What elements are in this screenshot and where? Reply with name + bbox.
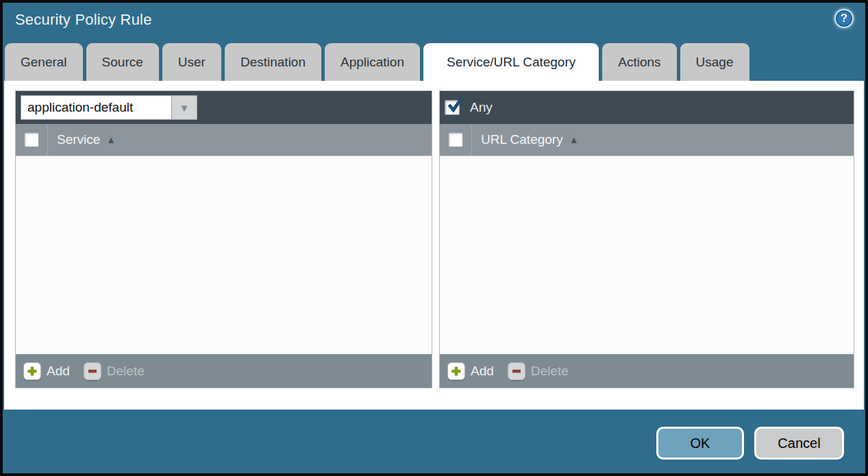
service-panel: application-default ▼ Service ▲: [15, 90, 432, 388]
url-category-select-all-cell: [440, 132, 471, 147]
tab-service-url-category[interactable]: Service/URL Category: [423, 43, 599, 81]
delete-icon: [508, 362, 525, 380]
service-table-body[interactable]: [16, 156, 432, 354]
service-select-all-cell: [16, 132, 47, 147]
url-category-footer: Add Delete: [440, 354, 854, 388]
url-category-column-header[interactable]: URL Category ▲: [471, 124, 579, 155]
sort-asc-icon[interactable]: ▲: [106, 134, 116, 145]
service-toolbar: application-default ▼: [16, 91, 432, 124]
help-icon[interactable]: ?: [834, 9, 854, 28]
service-type-value[interactable]: application-default: [21, 95, 171, 120]
tab-source[interactable]: Source: [86, 43, 159, 81]
dropdown-arrow-icon[interactable]: ▼: [171, 95, 197, 120]
any-label: Any: [470, 100, 493, 115]
tab-destination[interactable]: Destination: [225, 43, 321, 81]
tab-user[interactable]: User: [162, 43, 221, 81]
service-select-all-checkbox[interactable]: [24, 132, 39, 147]
url-category-add-button[interactable]: Add: [471, 364, 494, 379]
tab-usage[interactable]: Usage: [680, 43, 749, 81]
url-category-panel: Any URL Category ▲ Add: [439, 90, 854, 388]
tab-actions[interactable]: Actions: [602, 43, 676, 81]
tab-bar: General Source User Destination Applicat…: [5, 43, 753, 81]
add-icon[interactable]: [23, 362, 41, 380]
service-table-header: Service ▲: [16, 124, 432, 156]
ok-button[interactable]: OK: [656, 427, 744, 460]
any-checkbox[interactable]: [445, 100, 460, 115]
add-icon[interactable]: [447, 362, 465, 380]
tab-application[interactable]: Application: [325, 43, 420, 81]
dialog-title: Security Policy Rule: [15, 11, 152, 29]
service-type-dropdown[interactable]: application-default ▼: [21, 95, 197, 120]
url-category-table-body[interactable]: [440, 156, 854, 354]
url-category-select-all-checkbox[interactable]: [448, 132, 463, 147]
tab-content-area: application-default ▼ Service ▲: [4, 81, 864, 410]
url-category-toolbar: Any: [440, 91, 854, 124]
url-category-delete-button: Delete: [531, 364, 569, 379]
url-category-table-header: URL Category ▲: [440, 124, 854, 156]
service-add-button[interactable]: Add: [47, 364, 70, 379]
delete-icon: [84, 362, 101, 380]
service-column-header[interactable]: Service ▲: [47, 124, 116, 155]
checkmark-icon: [446, 96, 464, 114]
service-footer: Add Delete: [16, 354, 432, 388]
sort-asc-icon[interactable]: ▲: [569, 134, 579, 145]
security-policy-rule-dialog: Security Policy Rule ? General Source Us…: [0, 0, 868, 476]
tab-general[interactable]: General: [5, 43, 83, 81]
cancel-button[interactable]: Cancel: [754, 427, 844, 460]
service-delete-button: Delete: [107, 364, 145, 379]
